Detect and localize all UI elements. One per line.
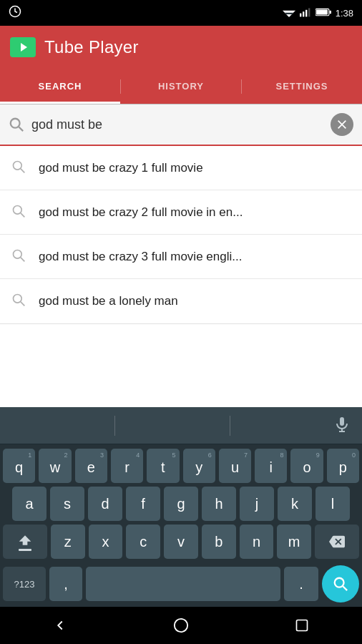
svg-point-16 xyxy=(14,161,22,170)
key-j[interactable]: j xyxy=(240,487,274,521)
key-row-3: z x c v b n m xyxy=(3,525,359,559)
suggestion-text: god must be crazy 2 full movie in en... xyxy=(39,205,243,220)
key-y[interactable]: 6y xyxy=(183,449,215,483)
svg-line-23 xyxy=(21,302,24,306)
key-numbers[interactable]: ?123 xyxy=(3,567,46,601)
svg-point-22 xyxy=(14,295,22,303)
svg-rect-24 xyxy=(340,417,344,426)
key-g[interactable]: g xyxy=(164,487,198,521)
key-z[interactable]: z xyxy=(51,525,85,559)
toolbar-dividers xyxy=(11,407,333,444)
suggestion-search-icon xyxy=(11,248,26,265)
key-space[interactable] xyxy=(86,567,280,601)
search-container xyxy=(0,104,362,146)
svg-line-13 xyxy=(19,127,23,131)
svg-rect-10 xyxy=(316,9,328,14)
suggestions-list: god must be crazy 1 full movie god must … xyxy=(0,146,362,324)
key-comma[interactable]: , xyxy=(49,567,82,601)
period-label: . xyxy=(299,576,303,592)
key-h[interactable]: h xyxy=(202,487,236,521)
key-k[interactable]: k xyxy=(278,487,312,521)
key-x[interactable]: x xyxy=(89,525,123,559)
bottom-row: ?123 , . xyxy=(0,565,362,607)
svg-rect-31 xyxy=(296,620,307,631)
key-r[interactable]: 4r xyxy=(111,449,143,483)
key-period[interactable]: . xyxy=(284,567,318,601)
svg-point-12 xyxy=(11,119,20,128)
app-bar: Tube Player xyxy=(0,26,362,69)
key-search[interactable] xyxy=(322,565,359,602)
suggestion-item[interactable]: god must be a lonely man xyxy=(0,279,362,323)
tab-history[interactable]: HISTORY xyxy=(121,69,241,104)
key-b[interactable]: b xyxy=(202,525,236,559)
keyboard: 1q 2w 3e 4r 5t 6y 7u 8i 9o 0p a s d f g … xyxy=(0,407,362,607)
signal-icon xyxy=(300,7,311,19)
clock-icon xyxy=(9,5,21,21)
svg-rect-6 xyxy=(305,9,307,16)
key-rows: 1q 2w 3e 4r 5t 6y 7u 8i 9o 0p a s d f g … xyxy=(0,444,362,565)
numbers-label: ?123 xyxy=(14,579,35,590)
tab-search[interactable]: SEARCH xyxy=(0,69,120,104)
search-icon xyxy=(9,117,24,132)
tab-settings[interactable]: SETTINGS xyxy=(242,69,362,104)
clear-button[interactable] xyxy=(331,113,353,136)
key-backspace[interactable] xyxy=(315,525,359,559)
key-row-2: a s d f g h j k l xyxy=(3,487,359,521)
key-c[interactable]: c xyxy=(126,525,160,559)
key-v[interactable]: v xyxy=(164,525,198,559)
key-p[interactable]: 0p xyxy=(327,449,359,483)
tab-bar: SEARCH HISTORY SETTINGS xyxy=(0,69,362,104)
key-o[interactable]: 9o xyxy=(290,449,323,483)
suggestion-text: god must be a lonely man xyxy=(39,294,178,308)
svg-rect-7 xyxy=(308,8,310,16)
nav-home-button[interactable] xyxy=(167,611,195,640)
svg-point-18 xyxy=(14,205,22,214)
svg-point-20 xyxy=(14,250,22,258)
suggestion-search-icon xyxy=(11,160,26,177)
keyboard-toolbar xyxy=(0,407,362,444)
suggestion-item[interactable]: god must be crazy 1 full movie xyxy=(0,146,362,190)
suggestion-search-icon xyxy=(11,293,26,310)
svg-marker-27 xyxy=(19,535,31,545)
suggestion-item[interactable]: god must be crazy 2 full movie in en... xyxy=(0,190,362,235)
svg-line-19 xyxy=(21,213,24,216)
nav-back-button[interactable] xyxy=(46,611,74,640)
wifi-icon xyxy=(283,7,295,19)
app-title: Tube Player xyxy=(44,37,139,57)
app-logo xyxy=(10,37,36,57)
key-m[interactable]: m xyxy=(277,525,311,559)
nav-recent-button[interactable] xyxy=(288,611,316,640)
key-u[interactable]: 7u xyxy=(219,449,251,483)
key-e[interactable]: 3e xyxy=(75,449,107,483)
key-shift[interactable] xyxy=(3,525,47,559)
svg-rect-9 xyxy=(329,10,331,14)
key-l[interactable]: l xyxy=(315,487,350,521)
svg-point-28 xyxy=(335,578,344,587)
svg-rect-5 xyxy=(303,11,304,16)
suggestion-text: god must be crazy 1 full movie xyxy=(39,161,203,175)
key-a[interactable]: a xyxy=(12,487,47,521)
key-t[interactable]: 5t xyxy=(147,449,179,483)
key-row-1: 1q 2w 3e 4r 5t 6y 7u 8i 9o 0p xyxy=(3,449,359,483)
search-input[interactable] xyxy=(31,117,323,132)
key-f[interactable]: f xyxy=(126,487,160,521)
key-q[interactable]: 1q xyxy=(3,449,35,483)
suggestion-item[interactable]: god must be crazy 3 full movie engli... xyxy=(0,235,362,279)
suggestion-search-icon xyxy=(11,204,26,221)
key-w[interactable]: 2w xyxy=(39,449,71,483)
svg-line-17 xyxy=(21,168,24,172)
key-n[interactable]: n xyxy=(240,525,274,559)
toolbar-divider xyxy=(230,416,230,436)
status-right: 1:38 xyxy=(283,7,353,19)
suggestion-text: god must be crazy 3 full movie engli... xyxy=(39,250,242,264)
svg-line-29 xyxy=(343,586,347,590)
svg-point-30 xyxy=(175,619,187,632)
comma-label: , xyxy=(64,576,68,592)
key-d[interactable]: d xyxy=(88,487,122,521)
svg-marker-3 xyxy=(286,14,292,17)
mic-icon[interactable] xyxy=(333,416,351,436)
battery-icon xyxy=(315,8,331,19)
key-i[interactable]: 8i xyxy=(255,449,287,483)
key-s[interactable]: s xyxy=(50,487,84,521)
svg-line-21 xyxy=(21,257,24,260)
